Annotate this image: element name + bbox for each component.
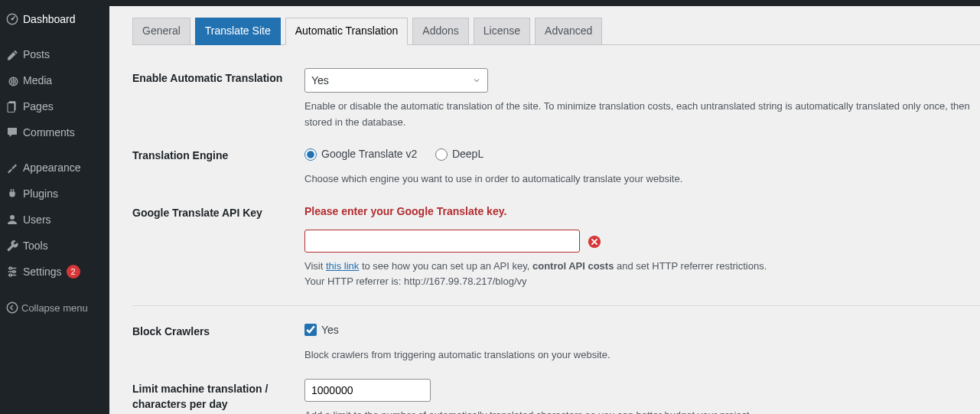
tab-translate-site[interactable]: Translate Site xyxy=(195,18,281,45)
apikey-label: Google Translate API Key xyxy=(132,203,304,221)
sidebar-item-label: Users xyxy=(23,214,51,226)
engine-desc: Choose which engine you want to use in o… xyxy=(304,171,980,187)
apikey-hint-link[interactable]: this link xyxy=(326,260,359,272)
enable-select[interactable]: Yes xyxy=(304,68,488,93)
comments-icon xyxy=(3,125,21,140)
row-engine: Translation Engine Google Translate v2 D… xyxy=(132,145,980,203)
media-icon xyxy=(3,73,21,88)
sidebar-item-label: Comments xyxy=(23,126,75,139)
sidebar-item-pages[interactable]: Pages xyxy=(0,93,109,119)
users-icon xyxy=(3,212,21,227)
posts-icon xyxy=(3,47,21,62)
block-option[interactable]: Yes xyxy=(304,321,339,338)
error-icon xyxy=(588,235,601,249)
plugins-icon xyxy=(3,186,21,201)
sidebar-item-dashboard[interactable]: Dashboard xyxy=(0,6,109,32)
pages-icon xyxy=(3,99,21,114)
sidebar-item-label: Posts xyxy=(23,48,50,60)
tab-automatic-translation[interactable]: Automatic Translation xyxy=(285,18,409,45)
row-enable: Enable Automatic Translation Yes Enable … xyxy=(132,68,980,146)
svg-point-11 xyxy=(9,274,11,276)
svg-point-1 xyxy=(11,18,14,21)
admin-sidebar: Dashboard Posts Media Pages Comments App… xyxy=(0,6,109,414)
tab-license[interactable]: License xyxy=(474,18,530,45)
apikey-referrer: Your HTTP referrer is: http://167.99.78.… xyxy=(304,275,527,287)
row-block-crawlers: Block Crawlers Yes Block crawlers from t… xyxy=(132,321,980,379)
limit-desc: Add a limit to the number of automatical… xyxy=(304,408,980,414)
block-desc: Block crawlers from triggering automatic… xyxy=(304,347,980,363)
sidebar-item-label: Settings xyxy=(23,266,62,278)
appearance-icon xyxy=(3,160,21,175)
engine-radio-google[interactable] xyxy=(304,148,317,161)
collapse-menu[interactable]: Collapse menu xyxy=(0,294,109,321)
collapse-icon xyxy=(3,300,21,315)
engine-label: Translation Engine xyxy=(132,145,304,164)
block-label: Block Crawlers xyxy=(132,321,304,340)
svg-point-10 xyxy=(13,271,15,273)
limit-input[interactable] xyxy=(304,379,431,402)
svg-point-12 xyxy=(7,302,18,313)
sidebar-item-settings[interactable]: Settings 2 xyxy=(0,259,109,285)
sidebar-item-media[interactable]: Media xyxy=(0,67,109,93)
tabs: General Translate Site Automatic Transla… xyxy=(132,6,980,45)
sidebar-item-label: Appearance xyxy=(23,161,81,174)
sidebar-item-label: Dashboard xyxy=(23,13,76,25)
block-checkbox[interactable] xyxy=(304,324,317,336)
enable-label: Enable Automatic Translation xyxy=(132,68,304,86)
row-apikey: Google Translate API Key Please enter yo… xyxy=(132,203,980,306)
sidebar-item-comments[interactable]: Comments xyxy=(0,119,109,145)
tools-icon xyxy=(3,238,21,253)
sidebar-item-label: Media xyxy=(23,74,52,86)
tab-general[interactable]: General xyxy=(132,18,190,45)
row-limit: Limit machine translation / characters p… xyxy=(132,379,980,414)
sidebar-item-posts[interactable]: Posts xyxy=(0,41,109,67)
settings-form: Enable Automatic Translation Yes Enable … xyxy=(132,68,980,414)
settings-icon xyxy=(3,264,21,279)
apikey-hint: Visit this link to see how you can set u… xyxy=(304,259,980,291)
sidebar-item-users[interactable]: Users xyxy=(0,207,109,233)
updates-badge: 2 xyxy=(67,265,80,279)
svg-point-9 xyxy=(9,267,11,269)
apikey-input[interactable] xyxy=(304,230,580,253)
admin-topbar xyxy=(0,0,980,6)
apikey-error: Please enter your Google Translate key. xyxy=(304,203,980,220)
tab-advanced[interactable]: Advanced xyxy=(535,18,602,45)
sidebar-item-label: Tools xyxy=(23,240,48,252)
svg-point-5 xyxy=(10,215,15,220)
tab-addons[interactable]: Addons xyxy=(412,18,468,45)
limit-label: Limit machine translation / characters p… xyxy=(132,379,304,412)
engine-option-deepl[interactable]: DeepL xyxy=(435,145,483,162)
sidebar-item-appearance[interactable]: Appearance xyxy=(0,155,109,181)
sidebar-item-plugins[interactable]: Plugins xyxy=(0,181,109,207)
dashboard-icon xyxy=(3,11,21,27)
enable-desc: Enable or disable the automatic translat… xyxy=(304,99,980,131)
svg-rect-4 xyxy=(8,103,15,112)
sidebar-item-tools[interactable]: Tools xyxy=(0,233,109,259)
sidebar-item-label: Pages xyxy=(23,100,54,112)
main-content: General Translate Site Automatic Transla… xyxy=(109,6,980,414)
engine-option-google[interactable]: Google Translate v2 xyxy=(304,145,417,162)
collapse-label: Collapse menu xyxy=(21,302,88,314)
sidebar-item-label: Plugins xyxy=(23,187,58,200)
engine-radio-deepl[interactable] xyxy=(435,148,448,161)
